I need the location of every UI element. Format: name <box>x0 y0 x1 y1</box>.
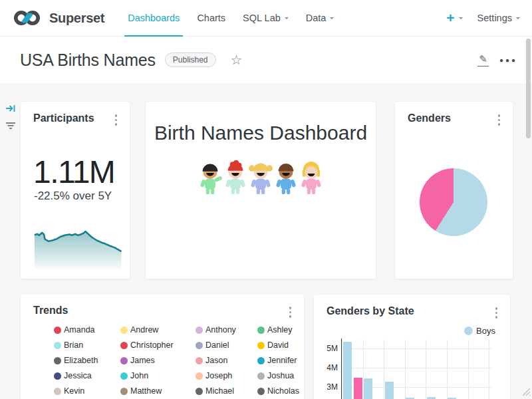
legend-item[interactable]: Anthony <box>196 325 245 334</box>
dashboard-heading: Birth Names Dashboard <box>146 122 376 144</box>
settings-menu[interactable]: Settings <box>477 13 520 23</box>
nav-tab-charts[interactable]: Charts <box>188 0 234 37</box>
legend-item[interactable]: Joshua <box>257 371 299 380</box>
legend-swatch <box>120 388 128 395</box>
big-number-trend-label: -22.5% over 5Y <box>34 190 112 203</box>
legend-swatch <box>54 357 61 364</box>
legend-swatch <box>257 327 265 334</box>
participants-card: Participants 1.11M -22.5% over 5Y <box>20 101 130 279</box>
chevron-down-icon <box>516 17 520 21</box>
legend-swatch <box>54 327 61 334</box>
gridline <box>341 368 491 368</box>
expand-filter-bar-button[interactable] <box>5 103 16 116</box>
legend-label: Daniel <box>205 340 229 350</box>
legend-swatch <box>196 342 203 349</box>
genders-by-state-card: Genders by State Boys 5M4M3M <box>313 294 511 399</box>
kids-illustration <box>146 160 376 199</box>
vertical-scrollbar-thumb[interactable] <box>526 39 531 138</box>
legend-label: Matthew <box>130 386 162 396</box>
legend-item[interactable]: Christopher <box>120 340 184 350</box>
title-actions: ✎ ●●● <box>477 53 517 66</box>
resize-handle-icon[interactable] <box>519 384 531 399</box>
y-axis-line <box>341 338 342 399</box>
chevron-down-icon <box>285 17 289 21</box>
legend-item[interactable]: Jennifer <box>257 356 299 365</box>
legend-label: Anthony <box>205 325 236 334</box>
edit-pencil-icon[interactable]: ✎ <box>477 53 489 66</box>
legend-swatch <box>196 357 203 364</box>
markdown-header-card: Birth Names Dashboard <box>145 101 376 279</box>
legend-item[interactable]: Ashley <box>257 325 299 334</box>
legend-label: John <box>130 371 148 380</box>
arrow-right-to-bar-icon <box>5 103 16 114</box>
trends-legend: AmandaAndrewAnthonyAshleyBrianChristophe… <box>54 325 295 399</box>
participants-sparkline-chart[interactable] <box>33 227 127 269</box>
legend-item[interactable]: Brian <box>54 340 108 350</box>
legend-label: Michael <box>205 386 234 396</box>
legend-item[interactable]: John <box>120 371 184 380</box>
card-title: Participants <box>33 112 94 124</box>
legend-item[interactable]: Michael <box>196 386 245 396</box>
legend-label: Kevin <box>64 386 84 396</box>
page-title: USA Births Names <box>20 51 156 70</box>
legend-swatch <box>54 372 61 380</box>
legend-label: Jessica <box>64 371 92 380</box>
big-number-value: 1.11M <box>33 154 114 190</box>
legend-item[interactable]: Daniel <box>196 340 245 350</box>
legend-item-boys[interactable]: Boys <box>464 326 495 336</box>
kebab-menu-icon[interactable] <box>113 112 120 128</box>
legend-item[interactable]: Elizabeth <box>54 356 108 365</box>
kebab-menu-icon[interactable] <box>496 112 503 128</box>
genders-card: Genders <box>394 101 513 279</box>
legend-label: Boys <box>476 326 495 336</box>
legend-item[interactable]: Jessica <box>54 371 108 380</box>
bar-boys[interactable] <box>364 378 372 399</box>
legend-swatch <box>257 342 265 349</box>
y-axis-tick-label: 3M <box>315 382 338 392</box>
legend-swatch <box>196 372 203 380</box>
legend-item[interactable]: Jason <box>196 356 245 365</box>
legend-swatch <box>196 327 203 334</box>
legend-swatch <box>196 388 203 395</box>
legend-item[interactable]: Nicholas <box>257 386 299 396</box>
legend-label: Andrew <box>130 325 158 334</box>
nav-tab-data[interactable]: Data <box>297 0 343 37</box>
nav-tab-sql-lab[interactable]: SQL Lab <box>234 0 297 37</box>
legend-item[interactable]: Matthew <box>120 386 184 396</box>
navbar-right: + Settings <box>446 10 520 26</box>
bar-girls[interactable] <box>354 378 362 399</box>
legend-item[interactable]: Kevin <box>54 386 108 396</box>
legend-label: James <box>130 356 155 365</box>
legend-swatch <box>464 327 473 335</box>
gridline <box>447 340 448 399</box>
gridline <box>342 340 342 399</box>
legend-label: Jennifer <box>267 356 297 365</box>
legend-label: Joseph <box>205 371 232 380</box>
legend-swatch <box>257 388 265 395</box>
kebab-menu-icon[interactable] <box>287 305 294 320</box>
legend-item[interactable]: David <box>257 340 299 350</box>
main-nav: Dashboards Charts SQL Lab Data <box>119 0 342 37</box>
bar-boys[interactable] <box>343 342 352 399</box>
legend-label: Ashley <box>267 325 293 334</box>
trends-card: Trends AmandaAndrewAnthonyAshleyBrianChr… <box>20 293 305 399</box>
top-navbar: Superset Dashboards Charts SQL Lab Data … <box>0 0 532 37</box>
chevron-down-icon <box>330 17 334 21</box>
published-badge[interactable]: Published <box>165 53 216 67</box>
filter-funnel-button[interactable] <box>5 121 16 133</box>
gridline <box>468 340 469 399</box>
ellipsis-menu-icon[interactable]: ●●● <box>499 57 517 64</box>
bar-boys[interactable] <box>385 382 394 399</box>
favorite-star-icon[interactable]: ☆ <box>231 53 243 66</box>
gridline <box>405 340 406 399</box>
gridline <box>489 340 489 399</box>
kebab-menu-icon[interactable] <box>493 305 500 321</box>
superset-logo[interactable]: Superset <box>12 9 104 27</box>
legend-item[interactable]: Andrew <box>120 325 184 334</box>
legend-item[interactable]: James <box>120 356 184 365</box>
nav-tab-dashboards[interactable]: Dashboards <box>119 0 188 37</box>
new-item-button[interactable]: + <box>446 10 462 26</box>
legend-item[interactable]: Amanda <box>54 325 108 334</box>
legend-item[interactable]: Joseph <box>196 371 245 380</box>
genders-pie-chart[interactable] <box>420 168 487 236</box>
